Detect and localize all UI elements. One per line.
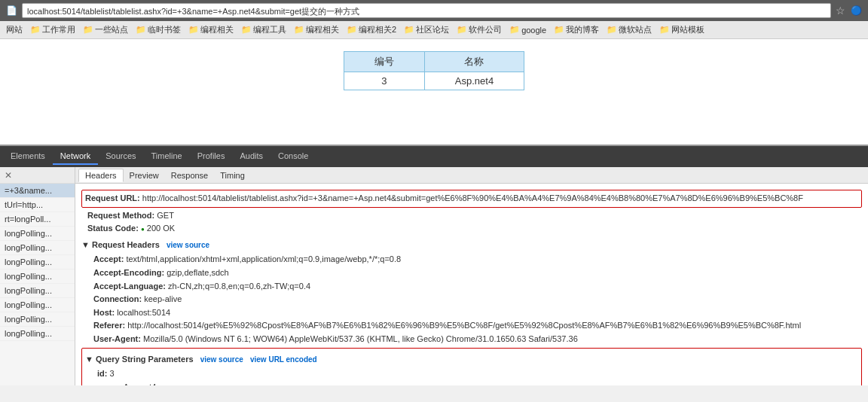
network-item-7[interactable]: longPolling...	[0, 284, 75, 298]
bookmark-sites[interactable]: 📁 一些站点	[80, 23, 131, 36]
accept-encoding-value: gzip,deflate,sdch	[167, 268, 229, 277]
network-item-8[interactable]: longPolling...	[0, 298, 75, 312]
accept-encoding-label: Accept-Encoding:	[93, 268, 164, 277]
table-header-name: 名称	[424, 52, 524, 72]
network-panel: ✕ =+3&name... tUrl=http... rt=longPoll..…	[0, 167, 75, 385]
close-button[interactable]: ✕	[3, 170, 14, 181]
status-code-label: Status Code:	[87, 224, 139, 233]
tab-timeline[interactable]: Timeline	[144, 148, 190, 165]
accept-language-value: zh-CN,zh;q=0.8,en;q=0.6,zh-TW;q=0.4	[168, 282, 310, 291]
tab-sources[interactable]: Sources	[98, 148, 143, 165]
name-row: name: Asp.net4	[85, 381, 858, 385]
folder-icon: 📁	[136, 25, 146, 35]
id-row: id: 3	[85, 367, 858, 381]
network-item-0[interactable]: =+3&name...	[0, 184, 75, 198]
id-value: 3	[110, 369, 115, 378]
request-method-label: Request Method:	[87, 211, 154, 220]
sub-tab-timing[interactable]: Timing	[214, 169, 251, 181]
folder-icon: 📁	[30, 25, 41, 35]
user-agent-label: User-Agent:	[93, 334, 141, 343]
bookmark-work[interactable]: 📁 工作常用	[27, 23, 78, 36]
table-cell-id: 3	[344, 72, 424, 90]
connection-value: keep-alive	[144, 294, 182, 303]
devtools-panel: Elements Network Sources Timeline Profil…	[0, 145, 868, 385]
devtools-toolbar: Elements Network Sources Timeline Profil…	[0, 146, 868, 167]
accept-row: Accept: text/html,application/xhtml+xml,…	[81, 253, 862, 266]
network-item-6[interactable]: longPolling...	[0, 270, 75, 284]
status-code-value: 200 OK	[147, 224, 175, 233]
bookmark-tools[interactable]: 📁 编程工具	[238, 23, 289, 36]
folder-icon: 📁	[509, 25, 520, 35]
address-bar[interactable]: localhost:5014/tablelist/tablelist.ashx?…	[22, 3, 831, 18]
folder-icon: 📁	[404, 25, 414, 35]
devtools-content: ✕ =+3&name... tUrl=http... rt=longPoll..…	[0, 167, 868, 385]
folder-icon: 📁	[659, 25, 670, 35]
request-url-value: http://localhost:5014/tablelist/tablelis…	[142, 193, 803, 203]
bookmark-temp[interactable]: 📁 临时书签	[133, 23, 184, 36]
bookmark-software[interactable]: 📁 软件公司	[454, 23, 505, 36]
view-url-encoded-link[interactable]: view URL encoded	[250, 355, 317, 364]
bookmark-coding2[interactable]: 📁 编程相关	[291, 23, 342, 36]
referer-row: Referer: http://localhost:5014/get%E5%92…	[81, 319, 862, 333]
host-label: Host:	[93, 308, 115, 317]
bookmark-coding3[interactable]: 📁 编程相关2	[344, 23, 399, 36]
headers-panel: Headers Preview Response Timing Request …	[75, 167, 868, 385]
sub-tab-headers[interactable]: Headers	[78, 169, 124, 182]
bookmark-template[interactable]: 📁 网站模板	[656, 23, 708, 36]
sub-tab-response[interactable]: Response	[165, 169, 215, 181]
connection-row: Connection: keep-alive	[81, 293, 862, 306]
sub-tab-preview[interactable]: Preview	[124, 169, 165, 181]
status-code-row: Status Code: ● 200 OK	[81, 222, 862, 236]
accept-language-label: Accept-Language:	[93, 282, 166, 291]
request-url-label: Request URL:	[85, 193, 140, 203]
connection-label: Connection:	[93, 294, 142, 303]
network-item-10[interactable]: longPolling...	[0, 327, 75, 341]
tab-console[interactable]: Console	[270, 148, 316, 165]
network-item-2[interactable]: rt=longPoll...	[0, 212, 75, 227]
id-label: id:	[97, 369, 107, 378]
page-icon: 📄	[6, 5, 17, 16]
bookmark-community[interactable]: 📁 社区论坛	[401, 23, 452, 36]
table-row: 3 Asp.net4	[344, 72, 524, 90]
user-agent-row: User-Agent: Mozilla/5.0 (Windows NT 6.1;…	[81, 333, 862, 346]
host-value: localhost:5014	[117, 308, 170, 317]
view-source-link-1[interactable]: view source	[167, 241, 209, 249]
folder-icon: 📁	[347, 25, 357, 35]
folder-icon: 📁	[554, 25, 564, 35]
bookmark-google[interactable]: 📁 google	[506, 24, 549, 35]
tab-elements[interactable]: Elements	[3, 148, 53, 165]
bookmark-star-icon[interactable]: ☆	[836, 5, 845, 17]
network-item-1[interactable]: tUrl=http...	[0, 198, 75, 212]
network-item-5[interactable]: longPolling...	[0, 255, 75, 270]
network-item-4[interactable]: longPolling...	[0, 241, 75, 255]
network-item-9[interactable]: longPolling...	[0, 312, 75, 327]
browser-extension-icon[interactable]: 🔵	[850, 5, 862, 16]
sub-tabs: Headers Preview Response Timing	[75, 167, 868, 184]
request-method-row: Request Method: GET	[81, 209, 862, 223]
user-agent-value: Mozilla/5.0 (Windows NT 6.1; WOW64) Appl…	[143, 334, 578, 343]
bookmark-blog[interactable]: 📁 我的博客	[551, 23, 602, 36]
tab-audits[interactable]: Audits	[232, 148, 270, 165]
bookmark-website[interactable]: 网站	[3, 23, 26, 36]
bookmarks-bar: 网站 📁 工作常用 📁 一些站点 📁 临时书签 📁 编程相关 📁 编程工具 📁 …	[0, 21, 868, 39]
folder-icon: 📁	[83, 25, 93, 35]
bookmark-coding1[interactable]: 📁 编程相关	[185, 23, 237, 36]
query-params-title: ▼ Query String Parameters view source vi…	[85, 353, 858, 367]
view-source-link-2[interactable]: view source	[200, 355, 243, 364]
table-cell-name: Asp.net4	[424, 72, 524, 90]
referer-label: Referer:	[93, 321, 125, 330]
query-params-box: ▼ Query String Parameters view source vi…	[81, 348, 862, 385]
tab-network[interactable]: Network	[53, 148, 98, 165]
network-header: ✕	[0, 167, 75, 184]
data-table: 编号 名称 3 Asp.net4	[344, 51, 524, 90]
tab-profiles[interactable]: Profiles	[190, 148, 233, 165]
network-item-3[interactable]: longPolling...	[0, 227, 75, 241]
status-dot-icon: ●	[141, 226, 145, 233]
headers-content: Request URL: http://localhost:5014/table…	[75, 184, 868, 385]
accept-label: Accept:	[93, 254, 124, 263]
table-header-id: 编号	[344, 52, 424, 72]
bookmark-microsoft[interactable]: 📁 微软站点	[604, 23, 655, 36]
name-value: Asp.net4	[124, 382, 156, 385]
request-headers-title: ▼ Request Headers view source	[81, 239, 862, 252]
folder-icon: 📁	[294, 25, 304, 35]
